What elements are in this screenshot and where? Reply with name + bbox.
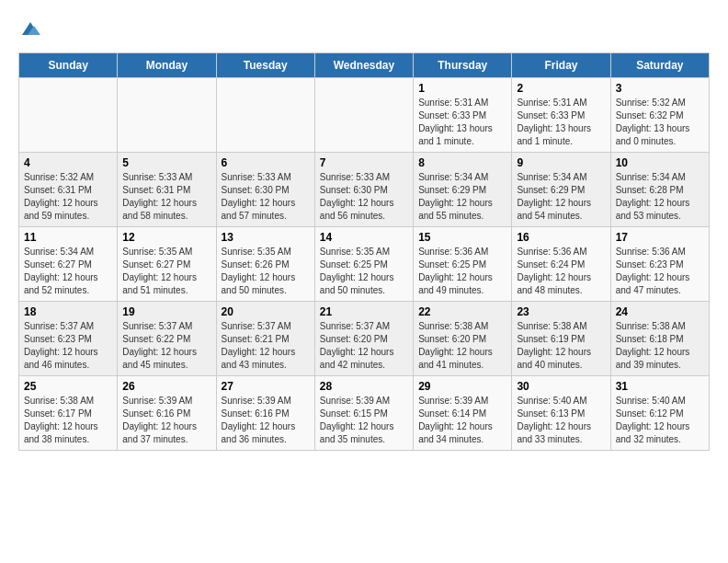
day-number: 4 [24, 156, 112, 169]
calendar-cell: 26Sunrise: 5:39 AM Sunset: 6:16 PM Dayli… [118, 376, 216, 451]
day-number: 31 [616, 380, 704, 393]
day-number: 17 [616, 231, 704, 244]
day-info: Sunrise: 5:37 AM Sunset: 6:20 PM Dayligh… [320, 320, 408, 372]
day-info: Sunrise: 5:32 AM Sunset: 6:31 PM Dayligh… [24, 171, 112, 223]
day-info: Sunrise: 5:38 AM Sunset: 6:20 PM Dayligh… [418, 320, 506, 372]
calendar-header-row: SundayMondayTuesdayWednesdayThursdayFrid… [19, 53, 710, 78]
day-number: 14 [320, 231, 408, 244]
day-number: 21 [320, 305, 408, 318]
day-number: 22 [418, 305, 506, 318]
day-number: 23 [517, 305, 605, 318]
calendar-cell: 4Sunrise: 5:32 AM Sunset: 6:31 PM Daylig… [19, 153, 118, 227]
day-info: Sunrise: 5:39 AM Sunset: 6:15 PM Dayligh… [320, 395, 408, 446]
calendar-week-row: 1Sunrise: 5:31 AM Sunset: 6:33 PM Daylig… [19, 78, 710, 153]
calendar-cell: 28Sunrise: 5:39 AM Sunset: 6:15 PM Dayli… [314, 376, 413, 451]
calendar-cell: 18Sunrise: 5:37 AM Sunset: 6:23 PM Dayli… [19, 302, 118, 376]
calendar-cell: 11Sunrise: 5:34 AM Sunset: 6:27 PM Dayli… [19, 227, 118, 302]
day-info: Sunrise: 5:33 AM Sunset: 6:30 PM Dayligh… [222, 171, 310, 223]
day-of-week-header: Sunday [19, 53, 118, 78]
day-of-week-header: Friday [512, 53, 610, 78]
calendar-week-row: 25Sunrise: 5:38 AM Sunset: 6:17 PM Dayli… [19, 376, 710, 451]
day-info: Sunrise: 5:31 AM Sunset: 6:33 PM Dayligh… [517, 97, 605, 148]
day-info: Sunrise: 5:39 AM Sunset: 6:16 PM Dayligh… [222, 395, 310, 446]
day-of-week-header: Thursday [414, 53, 512, 78]
calendar-cell: 9Sunrise: 5:34 AM Sunset: 6:29 PM Daylig… [512, 153, 610, 227]
calendar-cell: 12Sunrise: 5:35 AM Sunset: 6:27 PM Dayli… [118, 227, 216, 302]
calendar-cell: 30Sunrise: 5:40 AM Sunset: 6:13 PM Dayli… [512, 376, 610, 451]
day-info: Sunrise: 5:34 AM Sunset: 6:27 PM Dayligh… [24, 246, 112, 297]
day-info: Sunrise: 5:36 AM Sunset: 6:23 PM Dayligh… [616, 246, 704, 297]
day-info: Sunrise: 5:34 AM Sunset: 6:28 PM Dayligh… [616, 171, 704, 223]
day-info: Sunrise: 5:35 AM Sunset: 6:27 PM Dayligh… [122, 246, 210, 297]
day-info: Sunrise: 5:31 AM Sunset: 6:33 PM Dayligh… [418, 97, 506, 148]
logo [18, 18, 40, 43]
day-info: Sunrise: 5:35 AM Sunset: 6:25 PM Dayligh… [320, 246, 408, 297]
day-number: 30 [517, 380, 605, 393]
calendar-cell: 31Sunrise: 5:40 AM Sunset: 6:12 PM Dayli… [610, 376, 709, 451]
calendar-table: SundayMondayTuesdayWednesdayThursdayFrid… [18, 52, 710, 451]
calendar-cell [314, 78, 413, 153]
day-info: Sunrise: 5:38 AM Sunset: 6:17 PM Dayligh… [24, 395, 112, 446]
calendar-cell: 13Sunrise: 5:35 AM Sunset: 6:26 PM Dayli… [216, 227, 314, 302]
day-info: Sunrise: 5:33 AM Sunset: 6:31 PM Dayligh… [122, 171, 210, 223]
day-of-week-header: Monday [118, 53, 216, 78]
day-info: Sunrise: 5:39 AM Sunset: 6:14 PM Dayligh… [418, 395, 506, 446]
day-info: Sunrise: 5:36 AM Sunset: 6:24 PM Dayligh… [517, 246, 605, 297]
day-of-week-header: Wednesday [314, 53, 413, 78]
calendar-cell: 15Sunrise: 5:36 AM Sunset: 6:25 PM Dayli… [414, 227, 512, 302]
logo-icon [20, 18, 40, 39]
calendar-cell: 3Sunrise: 5:32 AM Sunset: 6:32 PM Daylig… [610, 78, 709, 153]
page-header [18, 18, 710, 43]
day-number: 27 [222, 380, 310, 393]
day-number: 25 [24, 380, 112, 393]
day-info: Sunrise: 5:35 AM Sunset: 6:26 PM Dayligh… [222, 246, 310, 297]
day-info: Sunrise: 5:40 AM Sunset: 6:13 PM Dayligh… [517, 395, 605, 446]
calendar-cell [216, 78, 314, 153]
calendar-cell: 8Sunrise: 5:34 AM Sunset: 6:29 PM Daylig… [414, 153, 512, 227]
day-number: 8 [418, 156, 506, 169]
calendar-cell: 17Sunrise: 5:36 AM Sunset: 6:23 PM Dayli… [610, 227, 709, 302]
day-number: 13 [222, 231, 310, 244]
calendar-cell: 6Sunrise: 5:33 AM Sunset: 6:30 PM Daylig… [216, 153, 314, 227]
day-number: 24 [616, 305, 704, 318]
calendar-cell: 2Sunrise: 5:31 AM Sunset: 6:33 PM Daylig… [512, 78, 610, 153]
calendar-cell: 1Sunrise: 5:31 AM Sunset: 6:33 PM Daylig… [414, 78, 512, 153]
calendar-body: 1Sunrise: 5:31 AM Sunset: 6:33 PM Daylig… [19, 78, 710, 451]
day-info: Sunrise: 5:37 AM Sunset: 6:21 PM Dayligh… [222, 320, 310, 372]
day-number: 9 [517, 156, 605, 169]
calendar-cell: 5Sunrise: 5:33 AM Sunset: 6:31 PM Daylig… [118, 153, 216, 227]
calendar-cell: 24Sunrise: 5:38 AM Sunset: 6:18 PM Dayli… [610, 302, 709, 376]
calendar-cell: 10Sunrise: 5:34 AM Sunset: 6:28 PM Dayli… [610, 153, 709, 227]
day-info: Sunrise: 5:38 AM Sunset: 6:18 PM Dayligh… [616, 320, 704, 372]
calendar-cell: 29Sunrise: 5:39 AM Sunset: 6:14 PM Dayli… [414, 376, 512, 451]
day-number: 6 [222, 156, 310, 169]
day-info: Sunrise: 5:33 AM Sunset: 6:30 PM Dayligh… [320, 171, 408, 223]
day-number: 2 [517, 82, 605, 95]
day-info: Sunrise: 5:37 AM Sunset: 6:23 PM Dayligh… [24, 320, 112, 372]
calendar-cell: 7Sunrise: 5:33 AM Sunset: 6:30 PM Daylig… [314, 153, 413, 227]
calendar-cell [118, 78, 216, 153]
day-number: 3 [616, 82, 704, 95]
day-number: 19 [122, 305, 210, 318]
day-info: Sunrise: 5:36 AM Sunset: 6:25 PM Dayligh… [418, 246, 506, 297]
day-number: 18 [24, 305, 112, 318]
day-of-week-header: Saturday [610, 53, 709, 78]
day-of-week-header: Tuesday [216, 53, 314, 78]
calendar-cell: 19Sunrise: 5:37 AM Sunset: 6:22 PM Dayli… [118, 302, 216, 376]
day-number: 16 [517, 231, 605, 244]
day-number: 10 [616, 156, 704, 169]
day-info: Sunrise: 5:40 AM Sunset: 6:12 PM Dayligh… [616, 395, 704, 446]
calendar-cell: 25Sunrise: 5:38 AM Sunset: 6:17 PM Dayli… [19, 376, 118, 451]
calendar-cell: 23Sunrise: 5:38 AM Sunset: 6:19 PM Dayli… [512, 302, 610, 376]
day-info: Sunrise: 5:39 AM Sunset: 6:16 PM Dayligh… [122, 395, 210, 446]
calendar-cell [19, 78, 118, 153]
calendar-cell: 27Sunrise: 5:39 AM Sunset: 6:16 PM Dayli… [216, 376, 314, 451]
day-number: 28 [320, 380, 408, 393]
day-info: Sunrise: 5:34 AM Sunset: 6:29 PM Dayligh… [517, 171, 605, 223]
day-number: 20 [222, 305, 310, 318]
calendar-week-row: 11Sunrise: 5:34 AM Sunset: 6:27 PM Dayli… [19, 227, 710, 302]
day-number: 29 [418, 380, 506, 393]
day-number: 7 [320, 156, 408, 169]
day-number: 1 [418, 82, 506, 95]
calendar-cell: 16Sunrise: 5:36 AM Sunset: 6:24 PM Dayli… [512, 227, 610, 302]
